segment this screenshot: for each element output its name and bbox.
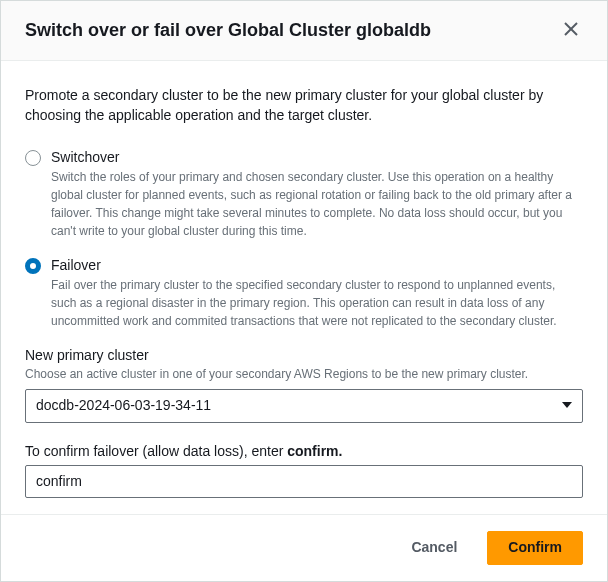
modal-body: Promote a secondary cluster to be the ne… (1, 61, 607, 514)
radio-title-failover: Failover (51, 256, 583, 274)
new-primary-label: New primary cluster (25, 346, 583, 364)
cancel-button[interactable]: Cancel (391, 531, 477, 565)
radio-desc-switchover: Switch the roles of your primary and cho… (51, 168, 583, 240)
confirm-input[interactable] (25, 465, 583, 499)
radio-input-failover[interactable] (25, 258, 41, 274)
radio-desc-failover: Fail over the primary cluster to the spe… (51, 276, 583, 330)
new-primary-hint: Choose an active cluster in one of your … (25, 366, 583, 383)
radio-title-switchover: Switchover (51, 148, 583, 166)
radio-option-failover[interactable]: Failover Fail over the primary cluster t… (25, 256, 583, 330)
confirm-label-pre: To confirm failover (allow data loss), e… (25, 443, 287, 459)
confirm-label: To confirm failover (allow data loss), e… (25, 443, 583, 459)
confirm-button[interactable]: Confirm (487, 531, 583, 565)
new-primary-field: New primary cluster Choose an active clu… (25, 346, 583, 423)
radio-input-switchover[interactable] (25, 150, 41, 166)
modal-header: Switch over or fail over Global Cluster … (1, 1, 607, 61)
intro-text: Promote a secondary cluster to be the ne… (25, 85, 583, 126)
new-primary-select-value: docdb-2024-06-03-19-34-11 (36, 396, 211, 416)
radio-text-switchover: Switchover Switch the roles of your prim… (51, 148, 583, 240)
modal-footer: Cancel Confirm (1, 514, 607, 581)
operation-radio-group: Switchover Switch the roles of your prim… (25, 148, 583, 330)
new-primary-select-wrap: docdb-2024-06-03-19-34-11 (25, 389, 583, 423)
confirm-label-bold: confirm. (287, 443, 342, 459)
new-primary-select[interactable]: docdb-2024-06-03-19-34-11 (25, 389, 583, 423)
modal-title: Switch over or fail over Global Cluster … (25, 19, 431, 42)
close-button[interactable] (559, 17, 583, 44)
close-icon (563, 21, 579, 40)
radio-option-switchover[interactable]: Switchover Switch the roles of your prim… (25, 148, 583, 240)
radio-text-failover: Failover Fail over the primary cluster t… (51, 256, 583, 330)
modal-dialog: Switch over or fail over Global Cluster … (0, 0, 608, 582)
confirm-field: To confirm failover (allow data loss), e… (25, 443, 583, 499)
